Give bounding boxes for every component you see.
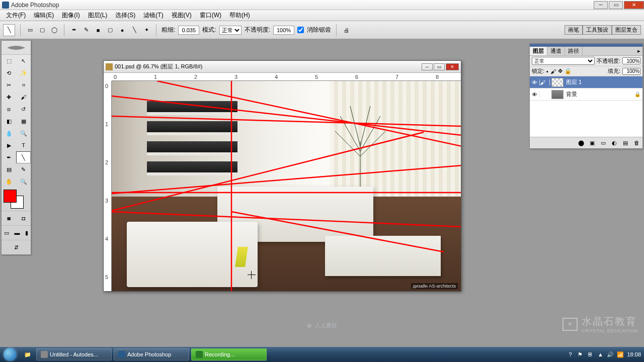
tab-layers[interactable]: 图层 [530, 47, 547, 55]
hand-tool-icon[interactable]: ✋ [2, 175, 16, 188]
menu-filter[interactable]: 滤镜(T) [139, 10, 167, 21]
new-layer-icon[interactable]: ▤ [621, 139, 630, 147]
pen-tool-icon[interactable]: ✒ [2, 151, 16, 163]
weight-input[interactable] [178, 26, 199, 35]
screen-full-menu-icon[interactable]: ▬ [14, 227, 20, 239]
opt-pen-icon[interactable]: ✒ [69, 26, 78, 35]
stamp-tool-icon[interactable]: ⧇ [2, 103, 16, 115]
screen-full-icon[interactable]: ▮ [25, 227, 28, 239]
well-layer-comps[interactable]: 图层复合 [612, 25, 641, 35]
toolbox-header-icon[interactable] [2, 41, 31, 55]
antialias-checkbox[interactable] [297, 27, 304, 33]
well-brushes[interactable]: 画笔 [565, 25, 583, 35]
opt-line-icon[interactable]: ╲ [130, 26, 139, 35]
screen-std-icon[interactable]: ▭ [4, 227, 9, 239]
lock-pixels-icon[interactable]: 🖌 [550, 68, 556, 74]
menu-view[interactable]: 视图(V) [168, 10, 196, 21]
wand-tool-icon[interactable]: ✨ [16, 67, 31, 79]
maximize-button[interactable]: ▭ [609, 1, 623, 9]
menu-layer[interactable]: 图层(L) [84, 10, 112, 21]
marquee-tool-icon[interactable]: ⬚ [2, 55, 16, 67]
tab-channels[interactable]: 通道 [547, 47, 565, 55]
layer-thumbnail[interactable] [551, 78, 564, 87]
taskbar-item[interactable]: Recording... [191, 348, 267, 360]
jump-to-icon[interactable]: ⇵ [14, 241, 19, 253]
quickmask-mode-icon[interactable]: ◘ [22, 212, 25, 224]
tray-volume-icon[interactable]: 🔊 [607, 351, 614, 358]
doc-maximize-button[interactable]: ▭ [434, 63, 445, 70]
document-titlebar[interactable]: 001.psd @ 66.7% (图层 1, RGB/8#) ─ ▭ ✕ [104, 61, 461, 73]
layer-name[interactable]: 背景 [565, 90, 634, 98]
canvas[interactable]: дизайн AS-architects [112, 81, 461, 291]
type-tool-icon[interactable]: T [16, 139, 31, 151]
tab-paths[interactable]: 路径 [565, 47, 583, 55]
menu-window[interactable]: 窗口(W) [196, 10, 225, 21]
mode-select[interactable]: 正常 [219, 26, 242, 35]
blend-mode-select[interactable]: 正常 [532, 57, 595, 65]
opt-custom-icon[interactable]: ✦ [142, 26, 151, 35]
foreground-color[interactable] [4, 190, 17, 203]
tray-help-icon[interactable]: ? [567, 351, 574, 358]
eraser-tool-icon[interactable]: ◧ [2, 115, 16, 127]
lock-position-icon[interactable]: ✥ [558, 68, 562, 74]
opt-circle-icon[interactable]: ● [118, 26, 127, 35]
zoom-tool-icon[interactable]: 🔍 [16, 175, 31, 188]
minimize-button[interactable]: ─ [594, 1, 608, 9]
dodge-tool-icon[interactable]: 🔍 [16, 127, 31, 139]
taskbar-item[interactable]: Untitled - Autodes... [36, 348, 112, 360]
standard-mode-icon[interactable]: ◙ [7, 212, 11, 224]
opt-rect-icon[interactable]: ▭ [26, 26, 35, 35]
brush-tool-icon[interactable]: 🖌 [16, 91, 31, 103]
layer-name[interactable]: 图层 1 [565, 78, 634, 86]
palette-well-icon[interactable]: 🖨 [342, 26, 351, 35]
tray-clock[interactable]: 18:08 [627, 351, 641, 357]
folder-icon[interactable]: ▭ [599, 139, 608, 147]
start-button[interactable] [0, 347, 20, 362]
layer-thumbnail[interactable] [551, 90, 564, 99]
layer-row[interactable]: 👁 背景 🔒 [530, 88, 642, 101]
tray-flag-icon[interactable]: ⚑ [577, 351, 584, 358]
history-brush-icon[interactable]: ↺ [16, 103, 31, 115]
pinned-explorer-icon[interactable]: 📁 [21, 348, 35, 360]
visibility-toggle-icon[interactable]: 👁 [530, 92, 540, 98]
opt-rsquare-icon[interactable]: ▢ [106, 26, 115, 35]
panel-opacity-input[interactable] [622, 57, 640, 64]
move-tool-icon[interactable]: ↖ [16, 55, 31, 67]
adjustment-icon[interactable]: ◐ [610, 139, 619, 147]
color-swatches[interactable] [2, 188, 31, 211]
path-select-icon[interactable]: ▶ [2, 139, 16, 151]
well-tool-presets[interactable]: 工具预设 [583, 25, 612, 35]
lock-all-icon[interactable]: 🔒 [565, 68, 572, 74]
doc-close-button[interactable]: ✕ [446, 63, 459, 70]
menu-image[interactable]: 图像(I) [58, 10, 84, 21]
menu-select[interactable]: 选择(S) [111, 10, 139, 21]
fill-input[interactable] [622, 68, 640, 75]
tray-shield-icon[interactable]: ⛨ [587, 351, 594, 358]
eyedropper-tool-icon[interactable]: ✎ [16, 163, 31, 175]
menu-help[interactable]: 帮助(H) [225, 10, 254, 21]
mask-icon[interactable]: ▣ [588, 139, 597, 147]
trash-icon[interactable]: 🗑 [632, 139, 641, 147]
notes-tool-icon[interactable]: ▤ [2, 163, 16, 175]
slice-tool-icon[interactable]: ⌗ [16, 79, 31, 91]
healing-tool-icon[interactable]: ✚ [2, 91, 16, 103]
ruler-horizontal[interactable]: 0 1 2 3 4 5 6 7 8 [112, 73, 461, 81]
crop-tool-icon[interactable]: ✂ [2, 79, 16, 91]
layer-row[interactable]: 👁 🖌 图层 1 [530, 76, 642, 88]
opt-roundrect-icon[interactable]: ▢ [38, 26, 47, 35]
opacity-input[interactable] [273, 26, 294, 35]
tray-network-icon[interactable]: 📶 [617, 351, 624, 358]
panel-menu-icon[interactable]: ▸ [635, 47, 642, 55]
menu-file[interactable]: 文件(F) [2, 10, 30, 21]
opt-ellipse-icon[interactable]: ◯ [50, 26, 59, 35]
gradient-tool-icon[interactable]: ▦ [16, 115, 31, 127]
fx-icon[interactable]: ⬤ [577, 139, 586, 147]
ruler-vertical[interactable]: 0 1 2 3 4 5 [104, 81, 112, 291]
doc-minimize-button[interactable]: ─ [422, 63, 433, 70]
lock-transparency-icon[interactable]: ▪ [546, 68, 548, 74]
lasso-tool-icon[interactable]: ⟲ [2, 67, 16, 79]
link-cell[interactable]: 🖌 [540, 79, 550, 85]
tray-up-icon[interactable]: ▲ [597, 351, 604, 358]
opt-freeform-icon[interactable]: ✎ [82, 26, 91, 35]
opt-square-icon[interactable]: ■ [94, 26, 103, 35]
